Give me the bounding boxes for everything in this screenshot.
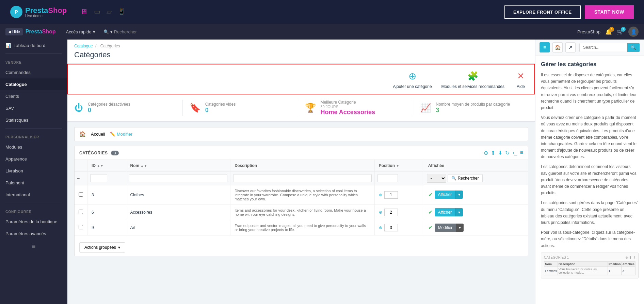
rp-external-link-icon-button[interactable]: ↗ xyxy=(565,42,576,52)
row3-checkbox-cell[interactable] xyxy=(75,220,87,235)
row1-dropdown-button[interactable]: ▾ xyxy=(455,191,463,199)
upload-icon[interactable]: ⬆ xyxy=(491,150,495,156)
hide-sidebar-button[interactable]: ◀ Hide xyxy=(5,28,23,35)
code-icon[interactable]: ›_ xyxy=(512,150,517,156)
modules-recommandes-button[interactable]: 🧩 Modules et services recommandés xyxy=(441,69,504,89)
rp-home-icon-button[interactable]: 🏠 xyxy=(552,42,563,52)
row2-checkbox-cell[interactable] xyxy=(75,204,87,220)
aide-button[interactable]: ✕ Aide xyxy=(514,69,528,89)
row3-position-input[interactable] xyxy=(384,224,398,231)
search-input[interactable] xyxy=(114,29,155,34)
row2-nom: Accessoires xyxy=(126,204,230,220)
sidebar-item-international[interactable]: International xyxy=(0,189,67,201)
chevron-down-icon: ▾ xyxy=(93,29,95,34)
stat-categories-vides: 🔖 Catégories vides 0 xyxy=(183,100,298,116)
row2-dropdown-button[interactable]: ▾ xyxy=(455,208,463,216)
row1-checkbox[interactable] xyxy=(79,192,83,197)
cart-notifications-button[interactable]: 🛒 2 xyxy=(617,29,624,35)
add-category-button[interactable]: ⊕ Ajouter une catégorie xyxy=(393,69,432,89)
row2-check-icon: ✔ xyxy=(428,209,433,215)
sidebar-item-catalogue[interactable]: Catalogue xyxy=(0,78,67,90)
filter-position-input[interactable] xyxy=(377,174,398,182)
puzzle-icon: 🧩 xyxy=(466,69,480,83)
drag-handle-row3[interactable]: ⊕ xyxy=(379,225,382,230)
sidebar-item-clients[interactable]: Clients xyxy=(0,90,67,102)
sidebar-item-parametres-boutique[interactable]: Paramètres de la boutique xyxy=(0,216,67,228)
filter-description-input[interactable] xyxy=(233,174,372,182)
sidebar-item-livraison[interactable]: Livraison xyxy=(0,165,67,177)
filter-cell-nom[interactable] xyxy=(126,172,230,185)
drag-handle-row2[interactable]: ⊕ xyxy=(379,210,382,215)
table-toolbar-icons: ⊕ ⬆ ⬇ ↻ ›_ ≡ xyxy=(484,150,523,156)
row3-checkbox[interactable] xyxy=(79,225,83,229)
page-title: Catégories xyxy=(74,50,528,59)
row3-modifier-button[interactable]: Modifier xyxy=(435,224,456,232)
stat-meilleure-categorie: 🏆 Meilleure Catégorie 30 JOURS Home Acce… xyxy=(298,100,414,116)
desktop-icon[interactable]: ▭ xyxy=(94,7,100,16)
sidebar-item-apparence[interactable]: Apparence xyxy=(0,153,67,165)
sidebar-item-paiement[interactable]: Paiement xyxy=(0,177,67,189)
row2-position-input[interactable] xyxy=(384,209,398,216)
row1-checkbox-cell[interactable] xyxy=(75,185,87,204)
rp-th-desc: Description xyxy=(558,261,608,267)
rp-search-input[interactable] xyxy=(580,43,627,51)
logo-icon: P xyxy=(10,6,22,18)
explore-front-office-button[interactable]: EXPLORE FRONT OFFICE xyxy=(504,5,581,19)
row2-checkbox[interactable] xyxy=(79,210,83,214)
refresh-icon[interactable]: ↻ xyxy=(505,150,510,156)
actions-groupees-button[interactable]: Actions groupées ▾ xyxy=(79,242,125,253)
filter-cell-position[interactable] xyxy=(374,172,424,185)
sidebar-item-modules[interactable]: Modules xyxy=(0,141,67,153)
quick-access-nav[interactable]: Accès rapide ▾ xyxy=(61,24,100,40)
mobile-icon[interactable]: 📱 xyxy=(118,7,125,16)
tablet-icon[interactable]: ▱ xyxy=(107,7,112,16)
notifications-bell-button[interactable]: 🔔 1 xyxy=(605,29,612,35)
categories-table-container: CATÉGORIES 3 ⊕ ⬆ ⬇ ↻ ›_ ≡ xyxy=(74,146,528,256)
row2-afficher-button[interactable]: Afficher xyxy=(435,208,455,216)
start-now-button[interactable]: START NOW xyxy=(585,5,634,19)
filter-affichee-select[interactable]: - Oui Non xyxy=(427,174,446,183)
row2-affichee: ✔ Afficher ▾ xyxy=(424,204,528,220)
table-body: 3 Clothes Discover our favorites fashion… xyxy=(75,185,528,235)
filter-cell-id[interactable] xyxy=(87,172,126,185)
breadcrumb-catalogue[interactable]: Catalogue xyxy=(74,44,93,48)
add-row-icon[interactable]: ⊕ xyxy=(484,150,488,156)
row1-position-input[interactable] xyxy=(384,191,398,199)
row2-position: ⊕ xyxy=(374,204,424,220)
drag-handle-row1[interactable]: ⊕ xyxy=(379,193,382,197)
filter-id-input[interactable] xyxy=(90,174,107,182)
sidebar-item-statistiques[interactable]: Statistiques xyxy=(0,114,67,126)
search-nav[interactable]: 🔍 ▾ xyxy=(100,29,158,34)
filter-cell-description[interactable] xyxy=(230,172,375,185)
edit-accueil-link[interactable]: ✏️ Modifier xyxy=(110,132,132,137)
filter-nom-input[interactable] xyxy=(129,174,228,182)
rp-search-container: 🔍 xyxy=(579,43,640,52)
th-id[interactable]: ID ▲▼ xyxy=(87,160,126,172)
filter-cell-affichee[interactable]: - Oui Non 🔍 Rechercher xyxy=(424,172,528,185)
breadcrumb-separator: / xyxy=(95,44,96,48)
sidebar-item-tableau-de-bord[interactable]: 📊 Tableau de bord xyxy=(0,40,67,51)
page-header: Catalogue / Catégories Catégories xyxy=(67,40,535,64)
person-icon: 👤 xyxy=(631,29,637,34)
rechercher-button[interactable]: 🔍 Rechercher xyxy=(448,174,483,182)
table-count-badge: 3 xyxy=(111,151,118,155)
th-nom[interactable]: Nom ▲▼ xyxy=(126,160,230,172)
content-wrapper: 🏠 Accueil ✏️ Modifier CATÉGORIES 3 ⊕ ⬆ ⬇… xyxy=(67,122,535,262)
sidebar-item-parametres-avances[interactable]: Paramètres avancés xyxy=(0,228,67,240)
rp-search-button[interactable]: 🔍 xyxy=(627,43,640,52)
th-position[interactable]: Position ▼ xyxy=(374,160,424,172)
download-icon[interactable]: ⬇ xyxy=(498,150,502,156)
sidebar-item-commandes[interactable]: Commandes xyxy=(0,66,67,78)
settings-icon[interactable]: ≡ xyxy=(520,150,523,156)
sidebar-item-sav[interactable]: SAV xyxy=(0,102,67,114)
row3-modifier-dropdown-button[interactable]: ▾ xyxy=(456,224,464,232)
row1-afficher-button[interactable]: Afficher xyxy=(435,191,455,199)
user-avatar[interactable]: 👤 xyxy=(628,27,639,37)
sidebar-more-button[interactable]: ≡ xyxy=(0,240,67,254)
chart-icon: 📈 xyxy=(420,103,431,113)
row1-position: ⊕ xyxy=(374,185,424,204)
monitor-icon[interactable]: 🖥 xyxy=(80,7,88,16)
row2-action-group: Afficher ▾ xyxy=(435,208,463,216)
rp-list-icon-button[interactable]: ≡ xyxy=(540,42,550,52)
row3-desc: Framed poster and vector images, all you… xyxy=(230,220,375,235)
